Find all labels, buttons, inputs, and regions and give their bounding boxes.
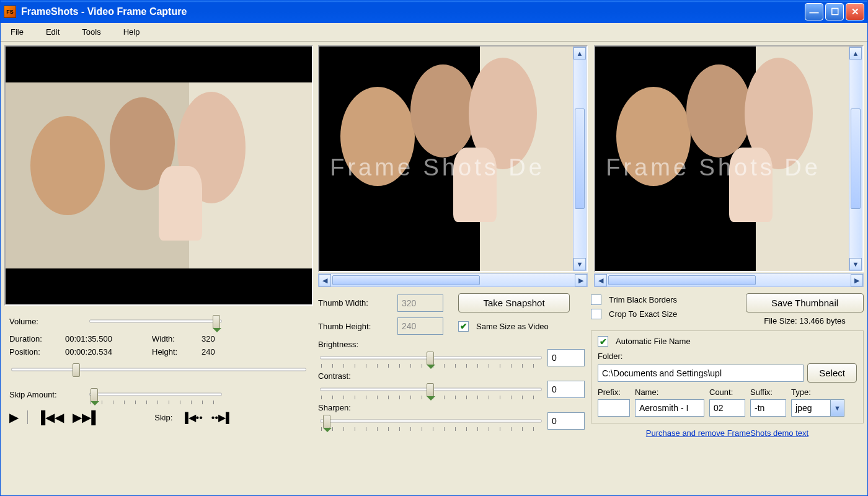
select-folder-button[interactable]: Select <box>807 363 857 383</box>
menubar: File Edit Tools Help <box>1 23 867 42</box>
preview2-hscroll[interactable]: ◀ ▶ <box>594 273 864 287</box>
scroll-right-icon[interactable]: ▶ <box>851 274 863 286</box>
prev-button[interactable]: ▐◀◀ <box>37 410 64 425</box>
skip-label: Skip: <box>154 413 172 422</box>
volume-slider[interactable] <box>87 313 224 329</box>
menu-edit[interactable]: Edit <box>42 25 63 39</box>
position-value: 00:00:20.534 <box>65 347 152 356</box>
thumb-width-input[interactable] <box>397 294 443 312</box>
menu-file[interactable]: File <box>7 25 27 39</box>
scroll-up-icon[interactable]: ▲ <box>849 47 862 60</box>
watermark-text: Frame Shots De <box>606 154 821 181</box>
prefix-label: Prefix: <box>598 388 630 397</box>
watermark-text: Frame Shots De <box>330 154 545 181</box>
volume-label: Volume: <box>9 317 84 326</box>
scroll-up-icon[interactable]: ▲ <box>574 47 586 60</box>
purchase-link[interactable]: Purchase and remove FrameShots demo text <box>646 428 808 438</box>
thumb-width-label: Thumb Width: <box>318 298 394 308</box>
duration-label: Duration: <box>9 334 65 343</box>
trim-borders-label: Trim Black Borders <box>609 295 677 304</box>
skip-forward-button[interactable]: ••▶▌ <box>211 412 233 423</box>
scroll-left-icon[interactable]: ◀ <box>595 274 607 286</box>
sharpen-slider[interactable] <box>318 413 544 429</box>
play-button[interactable]: ▶ <box>9 410 19 425</box>
auto-filename-label: Automatic File Name <box>616 337 691 346</box>
video-player[interactable] <box>4 45 313 306</box>
count-input[interactable] <box>709 399 745 417</box>
scroll-left-icon[interactable]: ◀ <box>319 274 331 286</box>
sharpen-value[interactable] <box>547 412 585 430</box>
brightness-label: Brightness: <box>318 340 585 349</box>
width-label: Width: <box>152 334 202 343</box>
take-snapshot-button[interactable]: Take Snapshot <box>458 293 570 312</box>
skip-amount-slider[interactable] <box>87 386 224 402</box>
folder-input[interactable] <box>598 365 804 382</box>
auto-filename-checkbox[interactable]: ✔ <box>598 336 608 347</box>
thumb-height-label: Thumb Height: <box>318 322 394 331</box>
next-button[interactable]: ▶▶▌ <box>73 410 100 425</box>
app-icon: FS <box>4 6 16 18</box>
sharpen-label: Sharpen: <box>318 403 585 412</box>
preview1-hscroll[interactable]: ◀ ▶ <box>318 273 588 287</box>
menu-help[interactable]: Help <box>120 25 144 39</box>
window-title: FrameShots - Video Frame Capture <box>21 6 805 17</box>
position-slider[interactable] <box>9 361 308 378</box>
crop-exact-label: Crop To Exact Size <box>609 309 677 319</box>
contrast-slider[interactable] <box>318 381 544 397</box>
save-thumbnail-button[interactable]: Save Thumbnail <box>746 293 864 312</box>
titlebar[interactable]: FS FrameShots - Video Frame Capture — ☐ … <box>1 1 867 23</box>
preview-original[interactable]: Frame Shots De ▲ ▼ <box>318 45 588 272</box>
trim-borders-checkbox[interactable] <box>591 294 601 305</box>
scroll-right-icon[interactable]: ▶ <box>575 274 587 286</box>
suffix-input[interactable] <box>750 399 786 417</box>
duration-value: 00:01:35.500 <box>65 334 152 343</box>
type-select[interactable] <box>791 399 831 417</box>
preview1-vscroll[interactable]: ▲ ▼ <box>573 46 587 271</box>
contrast-label: Contrast: <box>318 371 585 381</box>
same-size-checkbox[interactable]: ✔ <box>458 321 469 332</box>
name-input[interactable] <box>635 399 704 417</box>
height-label: Height: <box>152 347 202 356</box>
position-label: Position: <box>9 347 65 356</box>
minimize-button[interactable]: — <box>805 3 823 20</box>
scroll-down-icon[interactable]: ▼ <box>849 258 862 270</box>
name-label: Name: <box>635 388 704 397</box>
preview-processed[interactable]: Frame Shots De ▲ ▼ <box>594 45 864 272</box>
folder-label: Folder: <box>598 352 857 361</box>
brightness-value[interactable] <box>547 349 585 366</box>
file-size-label: File Size: 13.466 bytes <box>764 316 846 326</box>
skip-back-button[interactable]: ▐◀•• <box>181 412 203 423</box>
skip-amount-label: Skip Amount: <box>9 390 84 399</box>
close-button[interactable]: ✕ <box>846 3 864 20</box>
chevron-down-icon[interactable]: ▼ <box>831 399 844 417</box>
prefix-input[interactable] <box>598 399 630 417</box>
contrast-value[interactable] <box>547 381 585 398</box>
height-value: 240 <box>202 347 245 356</box>
count-label: Count: <box>709 388 745 397</box>
width-value: 320 <box>202 334 245 343</box>
preview2-vscroll[interactable]: ▲ ▼ <box>849 46 862 271</box>
thumb-height-input[interactable] <box>397 317 443 335</box>
scroll-down-icon[interactable]: ▼ <box>574 258 586 270</box>
crop-exact-checkbox[interactable] <box>591 309 601 319</box>
type-label: Type: <box>791 388 844 397</box>
suffix-label: Suffix: <box>750 388 786 397</box>
maximize-button[interactable]: ☐ <box>825 3 844 20</box>
brightness-slider[interactable] <box>318 350 544 366</box>
same-size-label: Same Size as Video <box>476 322 549 331</box>
menu-tools[interactable]: Tools <box>78 25 104 39</box>
